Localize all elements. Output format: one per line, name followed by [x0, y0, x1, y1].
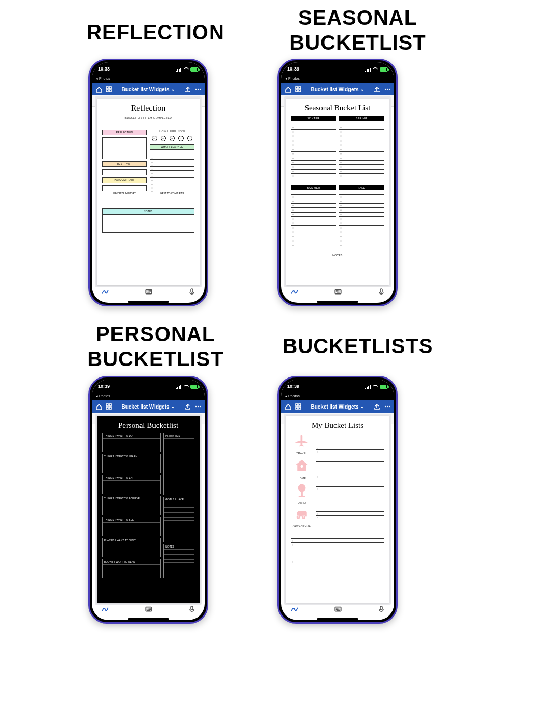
- cat-home[interactable]: HOME: [291, 458, 384, 480]
- section-notes: NOTES: [291, 254, 384, 257]
- grid-icon[interactable]: [295, 86, 302, 93]
- section-feel: HOW I FEEL NOW: [150, 130, 194, 133]
- home-indicator[interactable]: [128, 618, 169, 620]
- mic-icon[interactable]: [188, 288, 195, 297]
- keyboard-bar: [92, 605, 205, 615]
- scribble-icon[interactable]: [290, 287, 299, 298]
- more-icon[interactable]: [194, 86, 202, 93]
- box-achieve[interactable]: THINGS I WANT TO ACHIEVE: [102, 496, 161, 515]
- box-goals[interactable]: GOALS I HAVE: [163, 497, 194, 542]
- box-priorities[interactable]: PRIORITIES: [163, 433, 194, 495]
- keyboard-bar: [92, 287, 205, 298]
- phone-reflection: 10:38 ◂ Photos Bucket list Widgets⌄: [88, 59, 208, 306]
- back-to-photos[interactable]: ◂ Photos: [96, 394, 110, 398]
- season-fall[interactable]: FALL: [339, 185, 384, 251]
- doc-title-dropdown[interactable]: Bucket list Widgets⌄: [311, 404, 364, 410]
- more-icon[interactable]: [384, 403, 391, 410]
- mic-icon[interactable]: [377, 288, 385, 297]
- season-spring[interactable]: SPRING: [339, 116, 384, 182]
- share-icon[interactable]: [373, 86, 381, 93]
- cat-travel[interactable]: TRAVEL: [291, 433, 384, 455]
- box-notes[interactable]: NOTES: [163, 544, 194, 578]
- back-to-photos[interactable]: ◂ Photos: [96, 77, 110, 80]
- mic-icon[interactable]: [377, 605, 385, 614]
- chevron-down-icon: ⌄: [171, 87, 175, 92]
- box-eat[interactable]: THINGS I WANT TO EAT: [102, 475, 161, 494]
- app-bar: Bucket list Widgets⌄: [92, 83, 205, 95]
- extra-lines[interactable]: [291, 535, 384, 559]
- keyboard-icon[interactable]: [145, 605, 153, 615]
- season-summer[interactable]: SUMMER: [291, 185, 336, 251]
- battery-icon: [190, 67, 199, 72]
- cat-adventure[interactable]: ADVENTURE: [291, 508, 384, 527]
- grid-icon[interactable]: [105, 403, 113, 410]
- heading-personal: PERSONAL BUCKETLIST: [47, 321, 264, 371]
- more-icon[interactable]: [384, 86, 391, 93]
- page-title: Personal Bucketlist: [102, 421, 194, 430]
- mood-faces[interactable]: ⌣⌣–⌄⌄: [150, 136, 194, 141]
- share-icon[interactable]: [184, 86, 191, 93]
- app-bar: Bucket list Widgets⌄: [281, 83, 394, 95]
- camper-icon: [293, 508, 311, 521]
- keyboard-bar: [281, 287, 394, 298]
- notes-box[interactable]: [102, 214, 194, 233]
- section-best: BEST PART: [102, 161, 147, 167]
- back-to-photos[interactable]: ◂ Photos: [285, 394, 300, 398]
- scribble-icon[interactable]: [290, 605, 299, 615]
- wifi-icon: [373, 67, 378, 72]
- grid-icon[interactable]: [295, 403, 302, 410]
- wifi-icon: [184, 67, 189, 72]
- season-winter[interactable]: WINTER: [291, 116, 336, 182]
- learned-lines[interactable]: [150, 152, 194, 189]
- page-title: My Bucket Lists: [291, 421, 384, 430]
- doc-title-dropdown[interactable]: Bucket list Widgets⌄: [121, 404, 175, 410]
- doc-title-dropdown[interactable]: Bucket list Widgets⌄: [311, 87, 364, 92]
- doc-title-dropdown[interactable]: Bucket list Widgets⌄: [121, 87, 175, 92]
- page-reflection[interactable]: Reflection BUCKET LIST ITEM COMPLETED RE…: [97, 99, 200, 285]
- keyboard-icon[interactable]: [334, 287, 342, 298]
- keyboard-bar: [281, 605, 394, 615]
- section-memory: FAVORITE MEMORY: [102, 192, 147, 195]
- box-learn[interactable]: THINGS I WANT TO LEARN: [102, 454, 161, 473]
- keyboard-icon[interactable]: [145, 287, 153, 298]
- share-icon[interactable]: [373, 403, 381, 410]
- section-next: NEXT TO COMPLETE: [150, 192, 194, 195]
- chevron-down-icon: ⌄: [360, 404, 365, 409]
- box-read[interactable]: BOOKS I WANT TO READ: [102, 559, 161, 578]
- mic-icon[interactable]: [188, 605, 195, 614]
- home-icon[interactable]: [284, 86, 291, 93]
- signal-icon: [365, 68, 371, 72]
- battery-icon: [380, 385, 388, 389]
- box-visit[interactable]: PLACES I WANT TO VISIT: [102, 538, 161, 557]
- heading-seasonal: SEASONAL BUCKETLIST: [249, 5, 467, 55]
- section-notes: NOTES: [102, 208, 194, 214]
- page-seasonal[interactable]: Seasonal Bucket List WINTER SPRING SUMME…: [286, 99, 389, 285]
- page-personal[interactable]: Personal Bucketlist THINGS I WANT TO DO …: [97, 416, 200, 603]
- grid-icon[interactable]: [105, 86, 113, 93]
- home-indicator[interactable]: [317, 618, 358, 620]
- box-see[interactable]: THINGS I WANT TO SEE: [102, 517, 161, 536]
- phone-bucketlists: 10:39 ◂ Photos Bucket list Widgets⌄: [277, 376, 398, 624]
- page-bucketlists[interactable]: My Bucket Lists TRAVEL HOME FAMILY ADVEN…: [286, 416, 389, 603]
- share-icon[interactable]: [184, 403, 191, 410]
- wifi-icon: [184, 385, 189, 389]
- scribble-icon[interactable]: [101, 605, 109, 615]
- house-icon: [293, 458, 311, 473]
- keyboard-icon[interactable]: [334, 605, 342, 615]
- notch: [313, 377, 362, 388]
- scribble-icon[interactable]: [101, 287, 109, 298]
- home-indicator[interactable]: [128, 301, 169, 303]
- home-indicator[interactable]: [317, 301, 358, 303]
- home-icon[interactable]: [95, 403, 102, 410]
- battery-icon: [190, 385, 199, 389]
- svg-point-14: [297, 516, 299, 518]
- home-icon[interactable]: [284, 403, 291, 410]
- cat-family[interactable]: FAMILY: [291, 483, 384, 505]
- back-to-photos[interactable]: ◂ Photos: [285, 77, 300, 80]
- more-icon[interactable]: [194, 403, 202, 410]
- signal-icon: [365, 385, 371, 389]
- box-do[interactable]: THINGS I WANT TO DO: [102, 433, 161, 452]
- signal-icon: [176, 68, 182, 72]
- home-icon[interactable]: [95, 86, 102, 93]
- section-hardest: HARDEST PART: [102, 177, 147, 183]
